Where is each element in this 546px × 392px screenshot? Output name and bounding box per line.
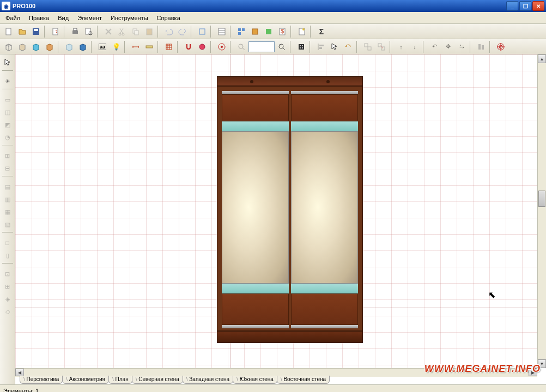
tool-6[interactable]: ⊟ bbox=[2, 162, 14, 174]
canvas[interactable]: ⬉ bbox=[15, 54, 537, 368]
align-icon[interactable] bbox=[475, 40, 488, 53]
shaded-view-icon[interactable] bbox=[76, 40, 89, 53]
copy-button[interactable] bbox=[129, 25, 142, 38]
left-toolbar: ☀ ▭ ◫ ◩ ◔ ⊞ ⊟ ▤ ▥ ▦ ▧ □ ▯ ⊡ ⊞ ◈ ◇ bbox=[0, 54, 15, 384]
zoom-fit-button[interactable] bbox=[275, 40, 288, 53]
color-view-icon[interactable] bbox=[29, 40, 43, 53]
transparent-view-icon[interactable] bbox=[63, 40, 76, 53]
tool-13[interactable]: ⊡ bbox=[2, 268, 14, 280]
labels-button[interactable]: aa bbox=[96, 40, 109, 53]
rotate-tool-icon[interactable] bbox=[342, 40, 355, 53]
grid-button[interactable] bbox=[162, 40, 175, 53]
menu-file[interactable]: Файл bbox=[1, 14, 25, 22]
tab-east[interactable]: Восточная стена bbox=[277, 376, 330, 384]
zoom-combo[interactable] bbox=[248, 41, 275, 52]
structure-button[interactable] bbox=[235, 25, 248, 38]
tool-12[interactable]: ▯ bbox=[2, 249, 14, 261]
tab-north[interactable]: Северная стена bbox=[132, 376, 183, 384]
group-icon[interactable] bbox=[361, 40, 374, 53]
svg-point-35 bbox=[300, 45, 301, 46]
close-button[interactable]: ✕ bbox=[532, 1, 544, 11]
sketch-view-icon[interactable] bbox=[16, 40, 29, 53]
select-tool-icon[interactable] bbox=[328, 40, 341, 53]
svg-text:$: $ bbox=[281, 28, 284, 34]
svg-rect-40 bbox=[319, 45, 324, 46]
open-button[interactable] bbox=[16, 25, 29, 38]
tool-11[interactable]: □ bbox=[2, 237, 14, 249]
render-button[interactable] bbox=[295, 40, 308, 53]
title-bar: ◉ PRO100 _ ❐ ✕ bbox=[0, 0, 546, 12]
svg-rect-12 bbox=[147, 29, 152, 35]
tab-plan[interactable]: План bbox=[108, 376, 132, 384]
tool-9[interactable]: ▦ bbox=[2, 206, 14, 218]
tool-7[interactable]: ▤ bbox=[2, 181, 14, 193]
target-icon[interactable] bbox=[494, 40, 507, 53]
vertical-scrollbar[interactable]: ▲ ▼ bbox=[537, 54, 546, 368]
move-down-icon[interactable]: ↓ bbox=[408, 40, 421, 53]
properties-button[interactable] bbox=[215, 25, 228, 38]
lights-button[interactable]: 💡 bbox=[110, 40, 123, 53]
tool-10[interactable]: ▧ bbox=[2, 218, 14, 230]
svg-point-38 bbox=[302, 47, 303, 48]
library-button[interactable] bbox=[248, 25, 262, 38]
cut-button[interactable] bbox=[116, 25, 129, 38]
maximize-button[interactable]: ❐ bbox=[519, 1, 531, 11]
sum-button[interactable]: Σ bbox=[315, 25, 328, 38]
tool-3[interactable]: ◩ bbox=[2, 119, 14, 131]
tab-south[interactable]: Южная стена bbox=[233, 376, 277, 384]
redo-button[interactable] bbox=[176, 25, 189, 38]
tool-1[interactable]: ▭ bbox=[2, 94, 14, 106]
minimize-button[interactable]: _ bbox=[506, 1, 518, 11]
delete-button[interactable] bbox=[102, 25, 115, 38]
tool-14[interactable]: ⊞ bbox=[2, 280, 14, 292]
move-up-icon[interactable]: ↑ bbox=[395, 40, 408, 53]
pointer-tool[interactable] bbox=[2, 57, 14, 69]
zoom-button[interactable] bbox=[235, 40, 248, 53]
pricelist-button[interactable]: $ bbox=[276, 25, 289, 38]
wireframe-view-icon[interactable] bbox=[2, 40, 15, 53]
print-preview-button[interactable] bbox=[82, 25, 95, 38]
svg-rect-18 bbox=[242, 28, 245, 31]
new-button[interactable] bbox=[2, 25, 15, 38]
menu-view[interactable]: Вид bbox=[53, 14, 73, 22]
light-tool[interactable]: ☀ bbox=[2, 75, 14, 87]
rotate-left-icon[interactable]: ↶ bbox=[428, 40, 441, 53]
paste-button[interactable] bbox=[143, 25, 156, 38]
snap-button[interactable] bbox=[182, 40, 195, 53]
scroll-up-icon[interactable]: ▲ bbox=[538, 54, 546, 63]
tool-2[interactable]: ◫ bbox=[2, 106, 14, 118]
menu-edit[interactable]: Правка bbox=[25, 14, 53, 22]
menu-tools[interactable]: Инструменты bbox=[106, 14, 153, 22]
center-button[interactable] bbox=[215, 40, 228, 53]
menu-help[interactable]: Справка bbox=[153, 14, 185, 22]
align-left-icon[interactable] bbox=[314, 40, 327, 53]
report-button[interactable] bbox=[295, 25, 308, 38]
tab-axonometry[interactable]: Аксонометрия bbox=[62, 376, 109, 384]
dim-tool-icon[interactable] bbox=[129, 40, 142, 53]
menu-element[interactable]: Элемент bbox=[73, 14, 106, 22]
svg-rect-17 bbox=[238, 28, 241, 31]
tool-5[interactable]: ⊞ bbox=[2, 150, 14, 162]
tab-west[interactable]: Западная стена bbox=[183, 376, 233, 384]
wardrobe-model[interactable] bbox=[217, 76, 363, 343]
ungroup-icon[interactable] bbox=[375, 40, 388, 53]
save-button[interactable] bbox=[29, 25, 43, 38]
materials-button[interactable] bbox=[262, 25, 275, 38]
tool-15[interactable]: ◈ bbox=[2, 293, 14, 305]
scroll-left-icon[interactable]: ◀ bbox=[15, 369, 24, 376]
print-button[interactable] bbox=[69, 25, 82, 38]
scroll-thumb[interactable] bbox=[538, 191, 545, 207]
tool-4[interactable]: ◔ bbox=[2, 131, 14, 143]
tool-8[interactable]: ▥ bbox=[2, 193, 14, 205]
move-icon[interactable]: ✥ bbox=[441, 40, 454, 53]
texture-view-icon[interactable] bbox=[43, 40, 56, 53]
tab-perspective[interactable]: Перспектива bbox=[20, 376, 63, 384]
undo-button[interactable] bbox=[162, 25, 175, 38]
collision-button[interactable] bbox=[196, 40, 209, 53]
svg-point-25 bbox=[302, 28, 305, 30]
new-element-button[interactable] bbox=[196, 25, 209, 38]
tool-16[interactable]: ◇ bbox=[2, 305, 14, 317]
ruler-icon[interactable] bbox=[143, 40, 156, 53]
export-button[interactable] bbox=[49, 25, 62, 38]
mirror-icon[interactable]: ⇋ bbox=[455, 40, 468, 53]
